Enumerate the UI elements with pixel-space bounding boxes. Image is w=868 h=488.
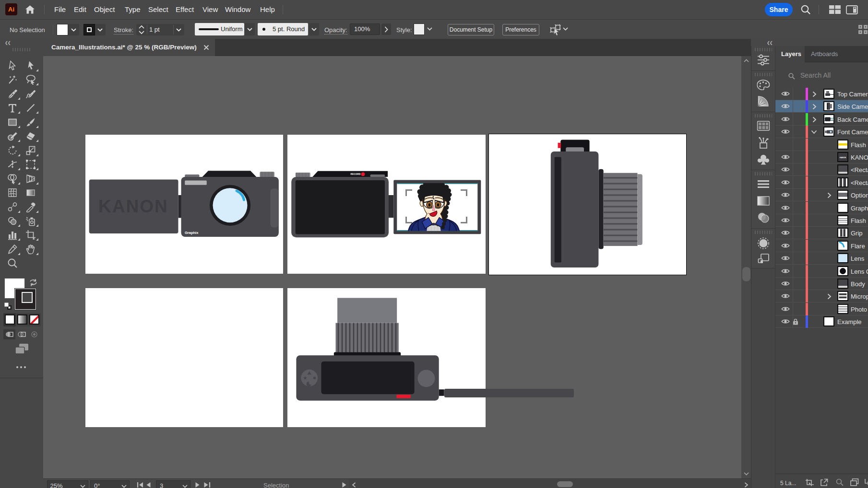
svg-text:RECORD: RECORD — [351, 173, 361, 175]
svg-text:Graphix: Graphix — [185, 231, 199, 235]
svg-text:KANON: KANON — [840, 157, 846, 159]
svg-text:KANON: KANON — [98, 197, 168, 216]
